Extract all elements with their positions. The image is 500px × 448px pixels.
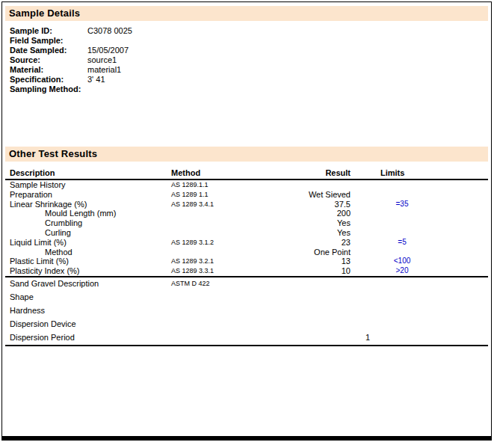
cell-limit: <100	[371, 257, 433, 266]
table-row-mould-length: Mould Length (mm) 200	[5, 209, 488, 218]
cell-method	[171, 209, 282, 218]
results-table-body: Sample History AS 1289.1.1 Preparation A…	[5, 180, 488, 346]
cell-result: 37.5	[282, 200, 351, 209]
cell-method	[171, 248, 282, 257]
cell-description: Preparation	[5, 190, 171, 200]
field-value: 3' 41	[87, 75, 105, 85]
cell-result	[282, 318, 351, 331]
field-row-source: Source: source1	[5, 55, 488, 65]
field-label: Sample ID:	[5, 26, 87, 36]
cell-method: AS 1289 3.1.2	[171, 238, 282, 248]
cell-method	[171, 218, 282, 228]
cell-limit	[371, 228, 433, 238]
cell-result: Yes	[282, 228, 351, 238]
cell-description: Linear Shrinkage (%)	[5, 200, 171, 209]
sample-details-title: Sample Details	[9, 7, 80, 19]
field-row-sampling-method: Sampling Method:	[5, 85, 488, 94]
cell-method	[171, 318, 282, 331]
cell-description: Shape	[5, 291, 171, 304]
table-row-linear-shrinkage: Linear Shrinkage (%) AS 1289 3.4.1 37.5 …	[5, 200, 488, 209]
field-row-sample-id: Sample ID: C3078 0025	[5, 26, 488, 36]
cell-limit	[371, 218, 433, 228]
cell-limit	[371, 277, 433, 291]
table-row-dispersion-period: Dispersion Period 1	[5, 331, 488, 345]
field-label: Sampling Method:	[5, 85, 87, 94]
field-label: Field Sample:	[5, 36, 87, 46]
cell-limit: >20	[371, 266, 433, 276]
cell-result: 13	[282, 257, 351, 266]
column-header-description: Description	[5, 168, 171, 177]
cell-method: AS 1289 1.1	[171, 190, 282, 200]
field-row-material: Material: material1	[5, 65, 488, 75]
table-row-method: Method One Point	[5, 248, 488, 257]
cell-description: Hardness	[5, 304, 171, 318]
cell-limit	[371, 209, 433, 218]
field-row-date-sampled: Date Sampled: 15/05/2007	[5, 46, 488, 55]
field-row-field-sample: Field Sample:	[5, 36, 488, 46]
column-header-method: Method	[171, 168, 282, 177]
field-label: Specification:	[5, 75, 87, 85]
cell-limit	[371, 304, 433, 318]
cell-method	[171, 331, 282, 345]
cell-result: Yes	[282, 218, 351, 228]
cell-result: One Point	[282, 248, 351, 257]
cell-method: AS 1289 3.3.1	[171, 266, 282, 276]
cell-limit: =5	[371, 238, 433, 248]
other-test-results-section: Other Test Results Description Method Re…	[5, 147, 488, 346]
column-header-result: Result	[282, 168, 351, 177]
cell-description: Mould Length (mm)	[5, 209, 171, 218]
sample-details-header: Sample Details	[5, 6, 488, 21]
field-value: 15/05/2007	[87, 46, 129, 55]
cell-description: Sample History	[5, 180, 171, 190]
column-header-limits: Limits	[351, 168, 488, 177]
cell-description: Liquid Limit (%)	[5, 238, 171, 248]
cell-description: Dispersion Device	[5, 318, 171, 331]
table-row-liquid-limit: Liquid Limit (%) AS 1289 3.1.2 23 =5	[5, 238, 488, 248]
cell-limit	[371, 190, 433, 200]
cell-description: Method	[5, 248, 171, 257]
cell-method	[171, 291, 282, 304]
table-row-crumbling: Crumbling Yes	[5, 218, 488, 228]
cell-description: Curling	[5, 228, 171, 238]
other-test-results-header: Other Test Results	[5, 147, 488, 162]
cell-limit: =35	[371, 200, 433, 209]
field-label: Material:	[5, 65, 87, 75]
table-row-hardness: Hardness	[5, 304, 488, 318]
cell-limit	[371, 180, 433, 190]
cell-result	[282, 304, 351, 318]
field-label: Date Sampled:	[5, 46, 87, 55]
cell-result: Wet Sieved	[282, 190, 351, 200]
cell-description: Crumbling	[5, 218, 171, 228]
cell-result	[282, 180, 351, 190]
cell-method: AS 1289.1.1	[171, 180, 282, 190]
table-row-preparation: Preparation AS 1289 1.1 Wet Sieved	[5, 190, 488, 200]
cell-description: Plasticity Index (%)	[5, 266, 171, 276]
cell-result: 23	[282, 238, 351, 248]
cell-result	[282, 291, 351, 304]
cell-limit	[371, 291, 433, 304]
cell-method	[171, 228, 282, 238]
cell-limit	[371, 248, 433, 257]
table-row-curling: Curling Yes	[5, 228, 488, 238]
cell-method	[171, 304, 282, 318]
field-row-specification: Specification: 3' 41	[5, 75, 488, 85]
cell-limit	[371, 318, 433, 331]
cell-description: Sand Gravel Description	[5, 277, 171, 291]
table-row-shape: Shape	[5, 291, 488, 304]
field-label: Source:	[5, 55, 87, 65]
table-bottom-line	[5, 345, 488, 346]
table-row-plasticity-index: Plasticity Index (%) AS 1289 3.3.1 10 >2…	[5, 266, 488, 276]
sample-details-fields: Sample ID: C3078 0025 Field Sample: Date…	[5, 26, 488, 94]
cell-method: ASTM D 422	[171, 277, 282, 291]
cell-method: AS 1289 3.4.1	[171, 200, 282, 209]
table-row-plastic-limit: Plastic Limit (%) AS 1289 3.2.1 13 <100	[5, 257, 488, 266]
other-test-results-title: Other Test Results	[9, 148, 97, 159]
results-table-header: Description Method Result Limits	[5, 168, 488, 180]
field-value: material1	[87, 65, 121, 75]
cell-description: Plastic Limit (%)	[5, 257, 171, 266]
table-row-sample-history: Sample History AS 1289.1.1	[5, 180, 488, 190]
cell-result: 10	[282, 266, 351, 276]
cell-result: 1	[301, 331, 370, 345]
table-row-sand-gravel-description: Sand Gravel Description ASTM D 422	[5, 277, 488, 291]
table-row-dispersion-device: Dispersion Device	[5, 318, 488, 331]
